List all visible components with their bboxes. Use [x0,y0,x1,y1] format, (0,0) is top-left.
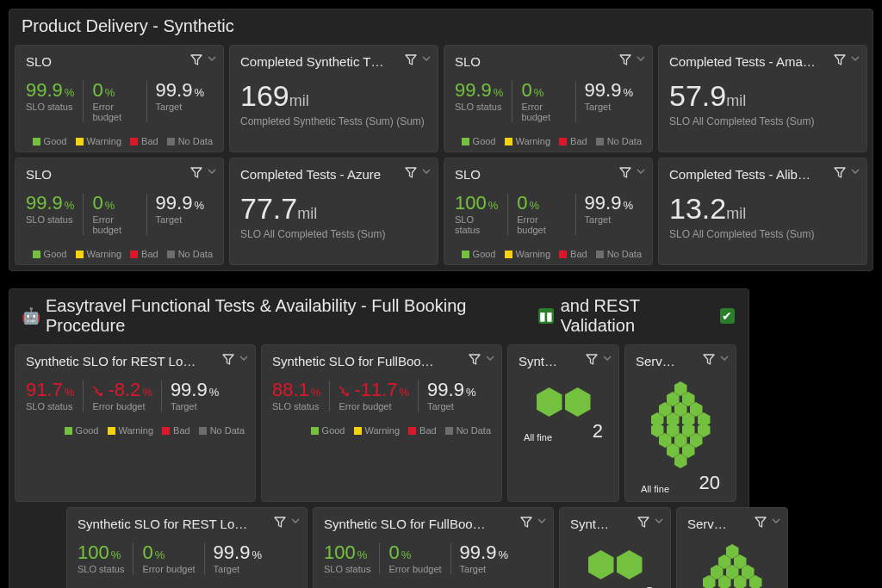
chevron-down-icon[interactable] [208,56,216,61]
chevron-down-icon[interactable] [486,356,494,361]
tile-title: SLO [455,54,642,69]
hex-icon [537,387,562,417]
chevron-down-icon[interactable] [422,56,431,61]
chevron-down-icon[interactable] [208,169,216,174]
target-label: Target [156,102,204,112]
honeycomb-tile[interactable]: Serv… All fine 20 [624,344,736,502]
filter-icon[interactable] [755,517,767,528]
chevron-down-icon[interactable] [603,356,612,361]
slo-status-value: 100% [78,543,124,562]
chevron-down-icon[interactable] [637,56,645,61]
slo-metrics: 88.1% SLO status -11.7% Error budget 99.… [272,381,491,412]
legend-nodata: No Data [167,249,213,259]
robot-icon: 🤖 [22,306,40,325]
filter-icon[interactable] [834,54,846,65]
hex-icon [588,550,614,579]
filter-icon[interactable] [405,167,417,178]
hex-row [537,387,591,417]
slo-tile[interactable]: Synthetic SLO for FullBoo… 88.1% SLO sta… [261,344,502,502]
legend: Good Warning Bad No Data [26,249,213,259]
legend-warning: Warning [108,425,154,436]
legend-warning: Warning [354,425,401,436]
filter-icon[interactable] [619,167,631,178]
chevron-down-icon[interactable] [637,169,645,174]
chevron-down-icon[interactable] [422,169,431,174]
chevron-down-icon[interactable] [655,518,663,523]
chevron-down-icon[interactable] [291,518,300,523]
error-budget-value: 0% [92,194,137,213]
metric-tile[interactable]: Completed Tests - Azure 77.7mil SLO All … [229,158,438,265]
legend-warning: Warning [505,249,551,259]
dashboard-rows: Synthetic SLO for REST Lo… 91.7% SLO sta… [9,344,748,588]
target-label: Target [460,564,508,574]
checkmark-icon: ✔ [720,308,735,324]
slo-metrics: 91.7% SLO status -8.2% Error budget 99.9… [26,381,245,412]
filter-icon[interactable] [274,517,286,528]
legend-nodata: No Data [596,249,642,259]
legend-nodata: No Data [167,136,213,146]
metric-tile[interactable]: Completed Synthetic T… 169mil Completed … [229,45,438,152]
slo-metrics: 99.9% SLO status 0% Error budget 99.9% T… [455,81,642,122]
filter-icon[interactable] [190,54,202,65]
title-text-2: and REST Validation [561,296,713,336]
legend-bad: Bad [130,136,158,146]
filter-icon[interactable] [469,354,481,365]
metric-tile[interactable]: Completed Tests - Alib… 13.2mil SLO All … [658,158,867,265]
filter-icon[interactable] [222,354,234,365]
legend-bad: Bad [162,425,190,436]
honeycomb-tile[interactable]: Synt… All fine 2 [507,344,619,502]
filter-icon[interactable] [190,167,202,178]
filter-icon[interactable] [619,54,631,65]
dashboard-easytravel: 🤖 Easytravel Functional Tests & Availabi… [9,288,749,588]
chevron-down-icon[interactable] [239,356,248,361]
honeycomb-tile[interactable]: Synt… All fine 2 [559,507,671,588]
chevron-down-icon[interactable] [851,56,860,61]
filter-icon[interactable] [405,54,417,65]
hex-row [588,550,643,579]
legend-good: Good [33,249,67,259]
slo-tile[interactable]: SLO 99.9% SLO status 0% Error budget 99.… [15,158,224,265]
slo-status-value: 99.9% [26,194,74,213]
slo-status-value: 100% [455,194,499,213]
target-value: 99.9% [460,543,508,562]
error-budget-value: 0% [92,81,137,100]
slo-tile[interactable]: Synthetic SLO for REST Lo… 100% SLO stat… [66,507,307,588]
error-budget-label: Error budget [92,401,152,412]
filter-icon[interactable] [703,354,715,365]
metric-tile[interactable]: Completed Tests - Ama… 57.9mil SLO All C… [658,45,867,152]
legend-good: Good [311,425,345,436]
metric-subtext: SLO All Completed Tests (Sum) [240,228,427,240]
slo-status-label: SLO status [26,102,74,112]
error-budget-label: Error budget [388,564,441,574]
legend-good: Good [462,249,496,259]
slo-tile[interactable]: SLO 100% SLO status 0% Error budget 99.9… [444,158,653,265]
legend-warning: Warning [76,249,122,259]
metric-value: 77.7mil [240,194,427,223]
legend-bad: Bad [408,425,437,436]
slo-tile[interactable]: SLO 99.9% SLO status 0% Error budget 99.… [444,45,653,152]
error-budget-label: Error budget [92,214,137,235]
filter-icon[interactable] [834,167,846,178]
filter-icon[interactable] [520,517,532,528]
dashboard-row: Synthetic SLO for REST Lo… 91.7% SLO sta… [9,344,748,507]
error-budget-label: Error budget [92,102,137,122]
target-value: 99.9% [427,381,475,399]
honeycomb-tile[interactable]: Serv… All fine 20 [676,507,788,588]
chevron-down-icon[interactable] [851,169,860,174]
slo-tile[interactable]: Synthetic SLO for REST Lo… 91.7% SLO sta… [15,344,256,502]
slo-tile[interactable]: Synthetic SLO for FullBoo… 100% SLO stat… [313,507,554,588]
filter-icon[interactable] [586,354,598,365]
chevron-down-icon[interactable] [720,356,729,361]
target-label: Target [171,401,219,412]
target-value: 99.9% [171,381,219,399]
target-value: 99.9% [585,194,633,213]
chevron-down-icon[interactable] [537,518,546,523]
title-text-1: Easytravel Functional Tests & Availabili… [46,296,531,336]
slo-tile[interactable]: SLO 99.9% SLO status 0% Error budget 99.… [15,45,224,152]
tile-title: Completed Tests - Azure [240,167,427,182]
error-budget-label: Error budget [339,401,409,412]
tile-title: Synthetic SLO for FullBoo… [324,517,543,531]
chevron-down-icon[interactable] [772,518,780,523]
target-value: 99.9% [156,194,204,213]
filter-icon[interactable] [637,517,649,528]
